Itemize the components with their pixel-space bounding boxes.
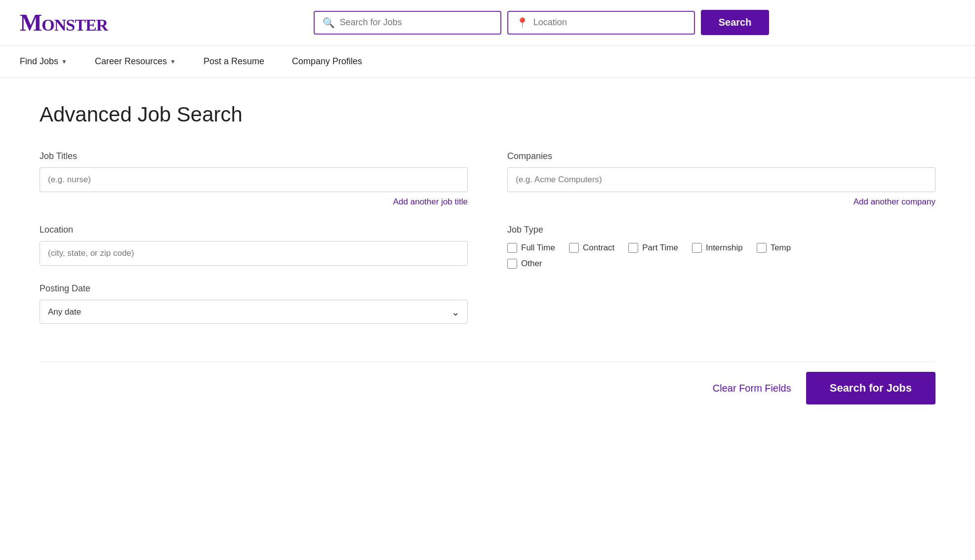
add-company-link[interactable]: Add another company bbox=[507, 197, 935, 207]
checkbox-internship[interactable]: Internship bbox=[692, 243, 743, 253]
search-bar-wrapper: 🔍 📍 Search bbox=[127, 10, 955, 35]
checkbox-internship-label: Internship bbox=[706, 243, 743, 253]
posting-date-select[interactable]: Any date Last 24 hours Last 3 days Last … bbox=[40, 300, 468, 324]
search-jobs-button[interactable]: Search for Jobs bbox=[806, 372, 935, 404]
job-titles-label: Job Titles bbox=[40, 151, 468, 161]
checkbox-contract[interactable]: Contract bbox=[569, 243, 614, 253]
location-input-group: 📍 bbox=[507, 11, 695, 35]
nav-item-career-resources[interactable]: Career Resources ▼ bbox=[81, 45, 190, 78]
form-grid: Job Titles Add another job title Locatio… bbox=[40, 151, 935, 342]
main-content: Advanced Job Search Job Titles Add anoth… bbox=[0, 78, 975, 434]
posting-date-label: Posting Date bbox=[40, 283, 468, 294]
companies-label: Companies bbox=[507, 151, 935, 161]
page-title: Advanced Job Search bbox=[40, 103, 935, 126]
job-type-label: Job Type bbox=[507, 225, 935, 235]
form-footer: Clear Form Fields Search for Jobs bbox=[40, 361, 935, 404]
checkbox-full-time[interactable]: Full Time bbox=[507, 243, 555, 253]
checkbox-full-time-label: Full Time bbox=[521, 243, 555, 253]
checkbox-temp-label: Temp bbox=[771, 243, 791, 253]
job-titles-input[interactable] bbox=[40, 167, 468, 192]
checkbox-part-time-input[interactable] bbox=[628, 243, 638, 253]
add-job-title-link[interactable]: Add another job title bbox=[40, 197, 468, 207]
checkbox-other-label: Other bbox=[521, 259, 542, 269]
checkbox-part-time[interactable]: Part Time bbox=[628, 243, 678, 253]
location-label: Location bbox=[40, 225, 468, 235]
posting-date-group: Posting Date Any date Last 24 hours Last… bbox=[40, 283, 468, 324]
right-column: Companies Add another company Job Type F… bbox=[507, 151, 935, 342]
nav-item-post-resume[interactable]: Post a Resume bbox=[190, 45, 278, 78]
chevron-down-icon: ▼ bbox=[61, 58, 67, 65]
checkbox-other[interactable]: Other bbox=[507, 259, 542, 269]
search-icon: 🔍 bbox=[323, 17, 335, 29]
nav-item-find-jobs[interactable]: Find Jobs ▼ bbox=[20, 45, 81, 78]
nav-item-company-profiles[interactable]: Company Profiles bbox=[278, 45, 376, 78]
left-column: Job Titles Add another job title Locatio… bbox=[40, 151, 468, 342]
job-type-checkboxes-row2: Other bbox=[507, 259, 935, 269]
posting-date-select-wrapper: Any date Last 24 hours Last 3 days Last … bbox=[40, 300, 468, 324]
checkbox-temp-input[interactable] bbox=[757, 243, 767, 253]
checkbox-contract-label: Contract bbox=[583, 243, 614, 253]
main-nav: Find Jobs ▼ Career Resources ▼ Post a Re… bbox=[0, 45, 975, 78]
job-titles-group: Job Titles Add another job title bbox=[40, 151, 468, 207]
job-type-section: Job Type Full Time Contract Part Time bbox=[507, 225, 935, 269]
companies-input[interactable] bbox=[507, 167, 935, 192]
location-input[interactable] bbox=[40, 241, 468, 266]
header-search-input[interactable] bbox=[340, 17, 492, 28]
header-location-input[interactable] bbox=[533, 17, 686, 28]
checkbox-temp[interactable]: Temp bbox=[757, 243, 791, 253]
checkbox-internship-input[interactable] bbox=[692, 243, 702, 253]
location-group: Location bbox=[40, 225, 468, 266]
job-search-input-group: 🔍 bbox=[314, 11, 501, 35]
checkbox-part-time-label: Part Time bbox=[642, 243, 678, 253]
checkbox-other-input[interactable] bbox=[507, 259, 517, 269]
header-search-button[interactable]: Search bbox=[701, 10, 770, 35]
chevron-down-icon: ▼ bbox=[170, 58, 176, 65]
logo: Monster bbox=[20, 9, 108, 36]
clear-form-button[interactable]: Clear Form Fields bbox=[713, 383, 791, 394]
header: Monster 🔍 📍 Search bbox=[0, 0, 975, 45]
checkbox-full-time-input[interactable] bbox=[507, 243, 517, 253]
location-icon: 📍 bbox=[516, 17, 528, 29]
checkbox-contract-input[interactable] bbox=[569, 243, 579, 253]
job-type-checkboxes-row1: Full Time Contract Part Time Internship bbox=[507, 243, 935, 253]
companies-group: Companies Add another company bbox=[507, 151, 935, 207]
